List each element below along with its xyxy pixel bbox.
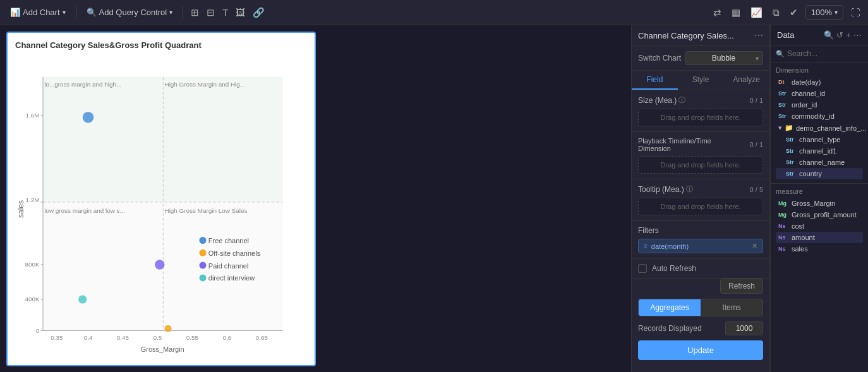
chevron-down-icon: ▾ [835, 9, 838, 16]
field-item-amount[interactable]: Ns amount [776, 232, 863, 243]
folder-demo-channel[interactable]: ▾ 📁 demo_channel_info_... [776, 122, 863, 134]
tooltip-drop-zone[interactable]: Drag and drop fields here. [638, 198, 763, 215]
size-drop-zone[interactable]: Drag and drop fields here. [638, 109, 763, 126]
link-icon[interactable]: 🔗 [250, 4, 267, 21]
refresh-button[interactable]: Refresh [720, 279, 763, 294]
ellipsis-icon[interactable]: ⋯ [754, 30, 763, 40]
text-icon[interactable]: T [220, 4, 231, 20]
field-item-channeltype[interactable]: Str channel_type [776, 134, 863, 145]
svg-point-31 [83, 112, 94, 123]
dimension-section: Dimension Dt date(day) Str channel_id St… [771, 63, 868, 183]
field-type-mg: Mg [778, 212, 788, 218]
records-label: Records Displayed [638, 324, 702, 333]
bubble-chart-dot [689, 54, 692, 63]
separator [183, 6, 183, 19]
folder-icon-sym: 📁 [785, 124, 793, 132]
update-button[interactable]: Update [638, 340, 763, 360]
field-item-sales[interactable]: Ns sales [776, 243, 863, 255]
add-chart-label: Add Chart [23, 8, 60, 17]
filter-chip[interactable]: ≡ date(month) ✕ [638, 239, 763, 253]
add-query-control-label: Add Query Control [99, 8, 167, 17]
playback-count: 0 / 1 [750, 141, 763, 148]
svg-text:400K: 400K [25, 296, 40, 303]
check-icon[interactable]: ✔ [787, 4, 800, 21]
field-item-channelid[interactable]: Str channel_id [776, 88, 863, 99]
zoom-level: 100% [811, 8, 832, 17]
filter-chip-clear[interactable]: ✕ [752, 242, 757, 250]
tab-analyze[interactable]: Analyze [723, 71, 769, 90]
field-item-grossmargin[interactable]: Mg Gross_Margin [776, 198, 863, 209]
chart-type-select[interactable]: Bubble ▾ [685, 51, 763, 65]
svg-text:0.5: 0.5 [154, 334, 162, 341]
svg-text:0.6: 0.6 [223, 334, 232, 341]
svg-text:sales: sales [16, 200, 25, 218]
field-item-orderid[interactable]: Str order_id [776, 99, 863, 111]
svg-point-33 [78, 295, 87, 303]
playback-drop-zone-text: Drag and drop fields here. [660, 161, 740, 169]
svg-text:lo...gross margin and high...: lo...gross margin and high... [44, 81, 121, 88]
settings-title: Channel Category Sales... [638, 31, 734, 40]
filter-chip-value: date(month) [651, 243, 689, 250]
chart-card: Channel Category Sales&Gross Profit Quad… [6, 32, 316, 366]
auto-refresh-checkbox[interactable] [638, 264, 647, 273]
table-icon[interactable]: ▦ [729, 4, 743, 21]
filter-icon[interactable]: ⧉ [770, 4, 782, 21]
size-mea-section: Size (Mea.) ⓘ 0 / 1 Drag and drop fields… [632, 90, 769, 132]
grid-icon[interactable]: ⊞ [188, 4, 202, 21]
tab-field[interactable]: Field [632, 71, 678, 90]
playback-label: Playback Timeline/Time Dimension [638, 137, 726, 152]
field-type-ns: Ns [778, 234, 788, 241]
tab-style[interactable]: Style [678, 71, 724, 90]
svg-text:0.4: 0.4 [84, 334, 93, 341]
field-type-str: Str [778, 113, 788, 119]
search-icon[interactable]: 🔍 [824, 30, 834, 40]
image-icon[interactable]: 🖼 [233, 4, 248, 20]
chart-content: sales lo...gross margin and high. [15, 55, 307, 363]
svg-rect-3 [43, 202, 154, 331]
separator [76, 6, 76, 19]
svg-text:Off-site channels: Off-site channels [208, 249, 261, 257]
refresh-icon[interactable]: ↺ [836, 30, 843, 40]
zoom-control[interactable]: 100% ▾ [805, 5, 843, 20]
switch-chart-row: Switch Chart Bubble ▾ [632, 46, 769, 71]
tooltip-drop-zone-text: Drag and drop fields here. [660, 203, 740, 210]
switch-chart-label: Switch Chart [638, 54, 681, 63]
field-item-commodityid[interactable]: Str commodity_id [776, 111, 863, 122]
toolbar: 📊 Add Chart ▾ 🔍 Add Query Control ▾ ⊞ ⊟ … [0, 0, 868, 25]
field-search-bar: 🔍 ⚙ ↕ [771, 45, 868, 63]
records-input[interactable] [725, 321, 763, 335]
svg-point-39 [200, 262, 207, 269]
svg-text:High Gross Margin Low Sales: High Gross Margin Low Sales [165, 207, 248, 214]
expand-icon[interactable]: ⛶ [848, 4, 863, 20]
refresh-row: Refresh [632, 279, 769, 299]
ellipsis-icon[interactable]: ⋯ [853, 30, 862, 40]
field-item-cost[interactable]: Ns cost [776, 220, 863, 232]
svg-rect-1 [43, 77, 154, 202]
field-item-channelid1[interactable]: Str channel_id1 [776, 145, 863, 157]
field-type-str: Str [786, 136, 796, 143]
field-type-str: Str [778, 90, 788, 97]
field-item-grossprofitamt[interactable]: Mg Gross_profit_amount [776, 209, 863, 220]
columns-icon[interactable]: ⊟ [204, 4, 217, 21]
main-area: Channel Category Sales&Gross Profit Quad… [0, 25, 868, 372]
add-icon[interactable]: + [846, 30, 851, 40]
playback-drop-zone[interactable]: Drag and drop fields here. [638, 156, 763, 174]
svg-point-35 [200, 237, 207, 244]
add-query-control-button[interactable]: 🔍 Add Query Control ▾ [81, 5, 178, 20]
aggregates-button[interactable]: Aggregates [639, 299, 701, 316]
share-icon[interactable]: ⇄ [711, 4, 724, 21]
svg-rect-2 [154, 77, 283, 202]
items-button[interactable]: Items [701, 299, 763, 316]
field-item-country[interactable]: Str country [776, 168, 863, 179]
svg-text:0.35: 0.35 [51, 334, 63, 341]
field-item-channelname[interactable]: Str channel_name [776, 157, 863, 168]
chart-alt-icon[interactable]: 📈 [748, 4, 765, 21]
svg-text:800K: 800K [25, 261, 40, 268]
chevron-down-icon: ▾ [778, 124, 782, 132]
tooltip-label: Tooltip (Mea.) [638, 185, 684, 194]
measure-section: measure Mg Gross_Margin Mg Gross_profit_… [771, 183, 868, 258]
auto-refresh-label: Auto Refresh [652, 264, 696, 273]
field-item-dateday[interactable]: Dt date(day) [776, 76, 863, 88]
add-chart-button[interactable]: 📊 Add Chart ▾ [5, 5, 71, 20]
field-search-input[interactable] [787, 49, 868, 58]
